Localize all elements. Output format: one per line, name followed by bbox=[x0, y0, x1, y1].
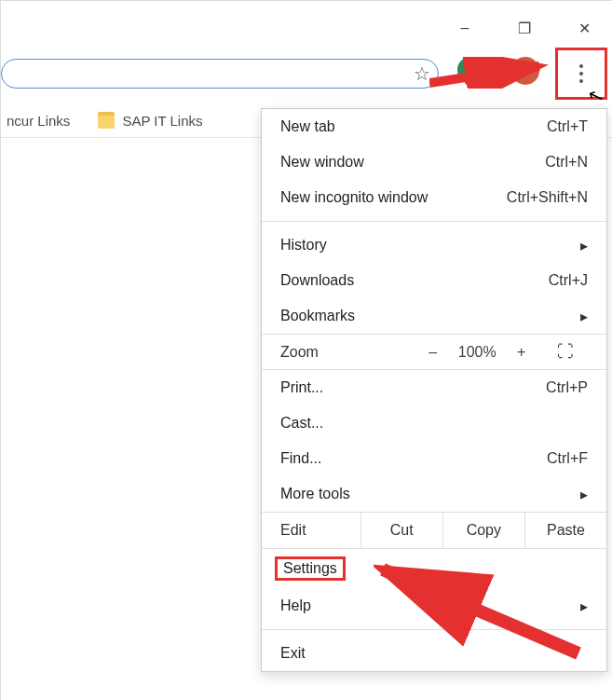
chevron-right-icon: ▸ bbox=[580, 486, 588, 503]
chevron-right-icon: ▸ bbox=[580, 597, 588, 615]
menu-item-bookmarks[interactable]: Bookmarks ▸ bbox=[262, 298, 606, 334]
address-bar-container: ☆ bbox=[1, 59, 439, 87]
bookmark-folder-concur[interactable]: ncur Links bbox=[7, 113, 70, 129]
folder-icon bbox=[98, 112, 115, 129]
menu-item-print[interactable]: Print... Ctrl+P bbox=[262, 370, 606, 405]
bookmark-label: SAP IT Links bbox=[122, 113, 202, 129]
zoom-in-button[interactable]: + bbox=[499, 344, 544, 361]
edit-paste-button[interactable]: Paste bbox=[524, 513, 606, 548]
extension-off-badge: off bbox=[465, 74, 483, 85]
zoom-out-button[interactable]: – bbox=[411, 344, 456, 361]
window-controls: – ❐ ✕ bbox=[445, 14, 604, 42]
maximize-button[interactable]: ❐ bbox=[505, 14, 544, 42]
kebab-menu-button[interactable] bbox=[555, 48, 607, 100]
menu-item-incognito[interactable]: New incognito window Ctrl+Shift+N bbox=[262, 180, 606, 215]
chevron-right-icon: ▸ bbox=[580, 308, 588, 325]
menu-divider bbox=[262, 221, 606, 222]
menu-item-zoom: Zoom – 100% + ⛶ bbox=[262, 334, 606, 370]
bookmark-folder-sap[interactable]: SAP IT Links bbox=[98, 112, 202, 129]
profile-avatar[interactable] bbox=[511, 57, 539, 85]
browser-window: – ❐ ✕ ☆ off ↖ ncur Links SAP IT Links Ne… bbox=[0, 0, 612, 700]
zoom-level: 100% bbox=[456, 344, 500, 361]
address-bar[interactable]: ☆ bbox=[1, 59, 439, 89]
close-button[interactable]: ✕ bbox=[564, 14, 604, 42]
menu-edit-row: Edit Cut Copy Paste bbox=[262, 512, 606, 549]
menu-item-more-tools[interactable]: More tools ▸ bbox=[262, 476, 606, 512]
minimize-button[interactable]: – bbox=[445, 14, 484, 42]
edit-copy-button[interactable]: Copy bbox=[442, 513, 524, 548]
chevron-right-icon: ▸ bbox=[580, 237, 588, 254]
menu-item-exit[interactable]: Exit bbox=[262, 636, 606, 671]
menu-item-help[interactable]: Help ▸ bbox=[262, 588, 606, 624]
bookmark-label: ncur Links bbox=[7, 113, 70, 129]
menu-item-downloads[interactable]: Downloads Ctrl+J bbox=[262, 263, 606, 298]
menu-item-find[interactable]: Find... Ctrl+F bbox=[262, 441, 606, 476]
menu-divider bbox=[262, 629, 606, 630]
fullscreen-icon[interactable]: ⛶ bbox=[544, 342, 589, 362]
bookmark-star-icon[interactable]: ☆ bbox=[414, 62, 430, 85]
menu-item-new-tab[interactable]: New tab Ctrl+T bbox=[262, 109, 606, 144]
menu-item-cast[interactable]: Cast... bbox=[262, 405, 606, 441]
edit-cut-button[interactable]: Cut bbox=[360, 513, 442, 548]
chrome-main-menu: New tab Ctrl+T New window Ctrl+N New inc… bbox=[261, 108, 607, 672]
menu-item-settings[interactable]: Settings bbox=[262, 549, 606, 588]
zoom-label: Zoom bbox=[280, 344, 411, 361]
vertical-dots-icon bbox=[579, 64, 583, 83]
menu-item-new-window[interactable]: New window Ctrl+N bbox=[262, 144, 606, 180]
edit-label: Edit bbox=[262, 513, 360, 548]
menu-item-history[interactable]: History ▸ bbox=[262, 227, 606, 263]
